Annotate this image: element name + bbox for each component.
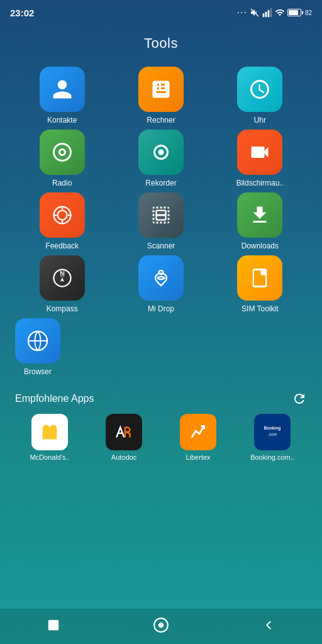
nav-bar [0,609,322,644]
recommended-header: Empfohlene Apps [15,391,307,406]
scanner-label: Scanner [147,242,175,250]
kontakte-label: Kontakte [47,116,77,125]
app-item-browser[interactable]: Browser [15,318,60,376]
uhr-label: Uhr [254,116,266,125]
app-item-kompass[interactable]: N Kompass [15,255,109,313]
recommended-title: Empfohlene Apps [15,393,94,404]
bildschirmau-label: Bildschirmau.. [236,179,284,187]
radio-label: Radio [52,179,72,187]
midrop-label: Mi Drop [148,304,174,313]
svg-rect-20 [48,620,59,631]
app-grid-last-row: Browser [0,318,322,376]
nav-square-button[interactable] [43,615,64,635]
app-item-midrop[interactable]: Mi Drop [114,255,208,313]
svg-rect-2 [265,12,267,18]
battery-icon [287,9,301,16]
signal-dots-icon: ··· [237,7,247,18]
autodoc-label: Autodoc [111,453,136,461]
recommended-grid: McDonald's.. Autodoc [15,414,307,461]
rekorder-icon [138,130,184,175]
rec-item-libertex[interactable]: Libertex [164,414,233,461]
refresh-icon[interactable] [292,391,307,406]
kontakte-icon [40,67,85,112]
booking-label: Booking.com.. [250,453,294,461]
recommended-section: Empfohlene Apps McDonald's.. [0,381,322,466]
app-item-kontakte[interactable]: Kontakte [15,67,109,125]
browser-icon [15,318,60,364]
status-icons: ··· 82 [237,7,312,18]
app-item-scanner[interactable]: Scanner [114,192,208,250]
mute-icon [250,8,260,18]
app-item-bildschirmau[interactable]: Bildschirmau.. [213,130,307,187]
svg-rect-4 [270,8,272,17]
downloads-icon [237,192,282,238]
scanner-icon [138,192,184,238]
radio-icon [40,130,85,175]
rechner-icon [138,67,184,112]
svg-rect-1 [263,13,265,17]
uhr-icon [237,67,282,112]
rekorder-label: Rekorder [145,179,176,187]
app-item-rekorder[interactable]: Rekorder [114,130,208,187]
simtoolkit-icon [237,255,282,301]
rechner-label: Rechner [147,116,175,125]
svg-point-6 [158,150,164,155]
simtoolkit-label: SIM Toolkit [242,304,278,313]
app-item-radio[interactable]: Radio [15,130,109,187]
svg-text:.com: .com [268,432,277,436]
browser-label: Browser [24,367,52,376]
midrop-icon [138,255,184,301]
rec-item-mcdonalds[interactable]: McDonald's.. [15,414,84,461]
libertex-icon [180,414,216,450]
mcdonalds-label: McDonald's.. [30,453,69,461]
booking-icon: Booking .com [254,414,291,450]
app-grid: Kontakte Rechner Uhr Radio Rekorder Bild… [0,67,322,313]
svg-point-22 [158,623,164,628]
status-time: 23:02 [10,8,34,18]
svg-rect-3 [268,10,270,17]
autodoc-icon [106,414,142,450]
kompass-icon: N [40,255,85,301]
svg-rect-15 [112,420,136,444]
feedback-label: Feedback [45,242,79,250]
page-title: Tools [0,23,322,67]
rec-item-autodoc[interactable]: Autodoc [89,414,158,461]
nav-back-button[interactable] [258,615,279,635]
battery-percent: 82 [305,9,312,16]
app-item-feedback[interactable]: Feedback [15,192,109,250]
status-bar: 23:02 ··· 82 [0,0,322,23]
downloads-label: Downloads [242,242,279,250]
signal-icon [262,8,272,18]
bildschirmau-icon [237,130,282,175]
app-item-uhr[interactable]: Uhr [213,67,307,125]
kompass-label: Kompass [47,304,78,313]
svg-point-8 [57,211,67,220]
app-item-rechner[interactable]: Rechner [114,67,208,125]
mcdonalds-icon [31,414,68,450]
nav-home-button[interactable] [151,615,171,635]
app-item-simtoolkit[interactable]: SIM Toolkit [213,255,307,313]
libertex-label: Libertex [186,453,210,461]
svg-text:Booking: Booking [264,426,281,431]
rec-item-booking[interactable]: Booking .com Booking.com.. [238,414,307,461]
feedback-icon [40,192,85,238]
wifi-icon [275,8,285,18]
app-item-downloads[interactable]: Downloads [213,192,307,250]
